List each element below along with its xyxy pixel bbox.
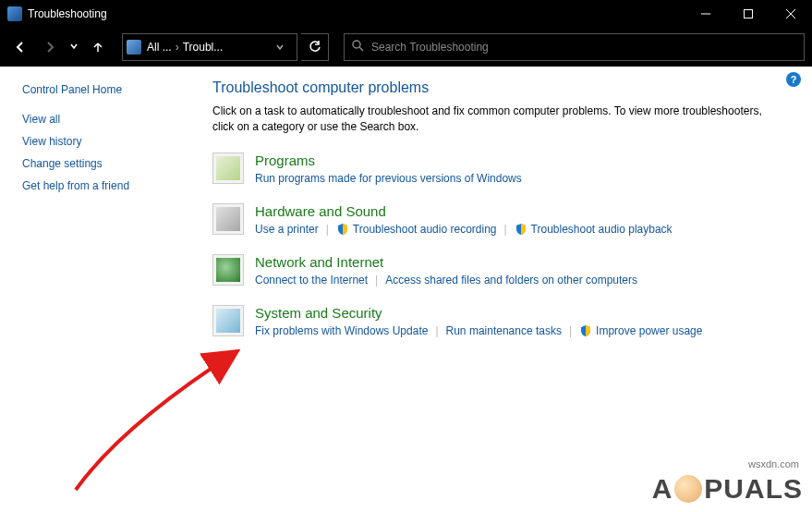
link-improve-power-usage[interactable]: Improve power usage	[596, 324, 702, 337]
window-controls	[685, 0, 812, 28]
addressbar-dropdown-icon[interactable]	[267, 34, 293, 60]
searchbar[interactable]	[344, 33, 805, 61]
maximize-button[interactable]	[727, 0, 770, 28]
separator: |	[326, 223, 329, 236]
up-button[interactable]	[85, 34, 111, 60]
content-area: ? Control Panel Home View all View histo…	[0, 67, 812, 512]
separator: |	[435, 324, 438, 337]
back-button[interactable]	[7, 34, 33, 60]
link-troubleshoot-audio-playback[interactable]: Troubleshoot audio playback	[531, 223, 673, 236]
minimize-button[interactable]	[685, 0, 727, 28]
network-icon	[212, 254, 244, 286]
main-panel: Troubleshoot computer problems Click on …	[194, 67, 812, 512]
addressbar[interactable]: All ... › Troubl...	[122, 33, 297, 61]
separator: |	[375, 274, 378, 286]
category-title-network[interactable]: Network and Internet	[255, 254, 795, 270]
control-panel-home-link[interactable]: Control Panel Home	[22, 83, 194, 96]
category-title-programs[interactable]: Programs	[255, 152, 795, 168]
svg-rect-1	[745, 10, 753, 18]
link-run-programs-compat[interactable]: Run programs made for previous versions …	[255, 172, 522, 185]
navbar: All ... › Troubl...	[0, 28, 812, 67]
category-programs: Programs Run programs made for previous …	[212, 152, 795, 185]
sidebar-link-get-help[interactable]: Get help from a friend	[22, 179, 194, 192]
separator: |	[503, 223, 506, 236]
link-use-a-printer[interactable]: Use a printer	[255, 223, 319, 236]
recent-locations-chevron[interactable]	[70, 43, 78, 52]
sidebar: Control Panel Home View all View history…	[0, 67, 194, 512]
system-icon	[212, 305, 244, 336]
sidebar-link-view-history[interactable]: View history	[22, 135, 194, 148]
shield-icon	[336, 223, 349, 236]
hardware-icon	[212, 203, 244, 235]
link-connect-to-internet[interactable]: Connect to the Internet	[255, 274, 368, 286]
separator: |	[569, 324, 572, 337]
app-icon	[7, 6, 22, 21]
category-system: System and Security Fix problems with Wi…	[212, 305, 795, 337]
svg-line-5	[359, 47, 363, 51]
link-access-shared-files[interactable]: Access shared files and folders on other…	[385, 274, 637, 286]
shield-icon	[515, 223, 527, 236]
titlebar: Troubleshooting	[0, 0, 812, 28]
category-hardware: Hardware and Sound Use a printer | Troub…	[212, 203, 795, 236]
svg-point-4	[353, 41, 360, 48]
search-input[interactable]	[371, 41, 796, 54]
link-fix-windows-update[interactable]: Fix problems with Windows Update	[255, 324, 428, 337]
breadcrumb-sep-icon: ›	[176, 41, 179, 54]
addressbar-icon	[127, 40, 141, 55]
search-icon	[352, 40, 364, 55]
shield-icon	[579, 324, 592, 337]
sidebar-link-change-settings[interactable]: Change settings	[22, 157, 194, 170]
category-title-system[interactable]: System and Security	[255, 305, 795, 321]
refresh-button[interactable]	[301, 33, 329, 61]
programs-icon	[212, 152, 244, 184]
close-button[interactable]	[770, 0, 812, 28]
link-run-maintenance-tasks[interactable]: Run maintenance tasks	[446, 324, 562, 337]
breadcrumb-2[interactable]: Troubl...	[183, 41, 224, 54]
window-title: Troubleshooting	[28, 7, 685, 20]
link-troubleshoot-audio-recording[interactable]: Troubleshoot audio recording	[353, 223, 497, 236]
forward-button[interactable]	[37, 34, 63, 60]
page-description: Click on a task to automatically trouble…	[212, 104, 785, 136]
sidebar-link-view-all[interactable]: View all	[22, 113, 194, 126]
breadcrumb-1[interactable]: All ...	[147, 41, 172, 54]
category-title-hardware[interactable]: Hardware and Sound	[255, 203, 795, 219]
category-network: Network and Internet Connect to the Inte…	[212, 254, 795, 286]
page-title: Troubleshoot computer problems	[212, 79, 795, 96]
